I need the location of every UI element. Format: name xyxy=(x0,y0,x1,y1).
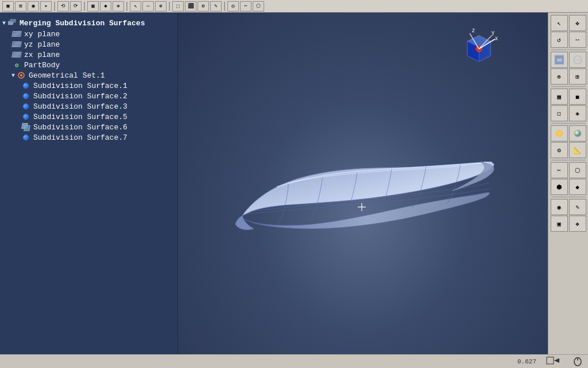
rt-btn-measure[interactable]: 📐 xyxy=(569,142,586,158)
toolbar-btn-7[interactable]: ▦ xyxy=(87,1,99,12)
sep4 xyxy=(169,2,170,11)
svg-point-21 xyxy=(556,131,562,136)
xy-plane-icon xyxy=(11,29,22,39)
rt-btn-blend[interactable]: ❖ xyxy=(569,216,586,232)
rt-btn-material[interactable] xyxy=(569,125,586,141)
rt-btn-cut[interactable]: ✂ xyxy=(551,162,568,178)
rt-btn-render[interactable]: ◈ xyxy=(569,105,586,121)
geoset-icon xyxy=(16,71,26,80)
tree-item-yz-plane[interactable]: yz plane xyxy=(11,39,175,49)
rt-btn-scale[interactable]: ↔ xyxy=(569,32,586,48)
svg-text:y: y xyxy=(492,29,494,36)
viewport[interactable]: x y z xyxy=(178,13,548,354)
rt-sep-2 xyxy=(551,86,586,87)
toolbar-btn-9[interactable]: ✥ xyxy=(113,1,124,12)
rt-btn-view2[interactable] xyxy=(569,52,586,68)
toolbar-btn-12[interactable]: ⊕ xyxy=(155,1,167,12)
rt-sep-5 xyxy=(551,197,586,197)
tree-item-sub6[interactable]: Subdivision Surface.6 xyxy=(21,122,175,132)
right-toolbar: ↖ ✥ ↺ ↔ 3D ⊕ ⊞ ▦ ◼ ◻ ◈ xyxy=(548,13,588,354)
rt-sep-1 xyxy=(551,49,586,50)
rt-btn-light[interactable] xyxy=(551,125,568,141)
tree-item-xy-plane[interactable]: xy plane xyxy=(11,29,175,39)
toolbar-btn-16[interactable]: ✎ xyxy=(210,1,222,12)
tree-title: ▼ Merging Subdivision Surfaces xyxy=(2,17,175,29)
sub3-icon xyxy=(21,102,31,111)
rt-pair-1: ↖ ✥ xyxy=(551,15,586,31)
sep1 xyxy=(54,2,55,11)
toolbar-btn-18[interactable]: ✂ xyxy=(240,1,252,12)
sep3 xyxy=(126,2,127,11)
tree-item-sub7[interactable]: Subdivision Surface.7 xyxy=(21,132,175,143)
rt-pair-7 xyxy=(551,125,586,141)
axis-indicator: x y z xyxy=(456,24,502,70)
rt-btn-sweep[interactable]: ◆ xyxy=(569,179,586,195)
rt-btn-zoom[interactable]: ⊕ xyxy=(551,68,568,85)
rt-btn-rotate[interactable]: ↺ xyxy=(551,32,568,48)
sub7-label: Subdivision Surface.7 xyxy=(33,133,127,142)
toolbar-btn-4[interactable]: ✦ xyxy=(40,1,52,12)
toolbar-btn-5[interactable]: ⟲ xyxy=(57,1,69,12)
tree-item-sub1[interactable]: Subdivision Surface.1 xyxy=(21,80,175,91)
rt-btn-select[interactable]: ↖ xyxy=(551,15,568,31)
tree-item-geoset[interactable]: ▼ Geometrical Set.1 xyxy=(11,70,175,80)
sub5-label: Subdivision Surface.5 xyxy=(33,113,127,121)
tree-item-sub2[interactable]: Subdivision Surface.2 xyxy=(21,91,175,101)
geoset-label: Geometrical Set.1 xyxy=(29,71,105,80)
geoset-expand[interactable]: ▼ xyxy=(11,72,15,79)
tree-item-sub5[interactable]: Subdivision Surface.5 xyxy=(21,112,175,122)
sub3-label: Subdivision Surface.3 xyxy=(33,102,127,111)
tree-item-zx-plane[interactable]: zx plane xyxy=(11,49,175,60)
expand-icon[interactable]: ▼ xyxy=(2,20,6,26)
sub5-icon xyxy=(21,112,31,121)
partbody-icon: ⚙ xyxy=(11,60,22,70)
cursor-position: 0.627 xyxy=(517,358,536,365)
rt-btn-extrude[interactable]: ⬢ xyxy=(551,179,568,195)
svg-point-3 xyxy=(20,74,22,76)
toolbar-btn-19[interactable]: ⬡ xyxy=(253,1,264,12)
rt-pair-6: ◻ ◈ xyxy=(551,105,586,121)
top-toolbar: ▣ ⊞ ◉ ✦ ⟲ ⟳ ▦ ◆ ✥ ↖ ↔ ⊕ ⬚ ⬛ ⚙ ✎ ◎ ✂ ⬡ xyxy=(0,0,588,13)
toolbar-btn-15[interactable]: ⚙ xyxy=(198,1,209,12)
toolbar-btn-10[interactable]: ↖ xyxy=(130,1,141,12)
tree-title-label: Merging Subdivision Surfaces xyxy=(20,19,145,28)
rt-btn-pt2[interactable]: ✎ xyxy=(569,199,586,215)
3d-shape xyxy=(231,126,495,253)
toolbar-btn-8[interactable]: ◆ xyxy=(100,1,111,12)
rt-btn-join[interactable]: ⬡ xyxy=(569,162,586,178)
status-bar: 0.627 xyxy=(0,354,588,368)
sub6-label: Subdivision Surface.6 xyxy=(33,123,127,132)
rt-btn-wireframe[interactable]: ▦ xyxy=(551,89,568,105)
tree-item-partbody[interactable]: ⚙ PartBody xyxy=(11,60,175,70)
toolbar-btn-13[interactable]: ⬚ xyxy=(172,1,184,12)
svg-marker-24 xyxy=(554,358,559,363)
rt-btn-patch[interactable]: ▣ xyxy=(551,216,568,232)
rt-btn-analysis[interactable]: ⚙ xyxy=(551,142,568,158)
yz-plane-label: yz plane xyxy=(24,40,60,49)
toolbar-btn-6[interactable]: ⟳ xyxy=(70,1,82,12)
rt-btn-move[interactable]: ✥ xyxy=(569,15,586,31)
toolbar-btn-14[interactable]: ⬛ xyxy=(185,1,196,12)
svg-text:3D: 3D xyxy=(556,57,562,63)
toolbar-btn-3[interactable]: ◉ xyxy=(28,1,39,12)
mouse-icon xyxy=(572,355,583,368)
toolbar-btn-2[interactable]: ⊞ xyxy=(15,1,26,12)
sub1-icon xyxy=(21,81,31,90)
rt-btn-view1[interactable]: 3D xyxy=(551,52,568,68)
rt-btn-pt1[interactable]: ◉ xyxy=(551,199,568,215)
tree-item-sub3[interactable]: Subdivision Surface.3 xyxy=(21,101,175,112)
toolbar-btn-1[interactable]: ▣ xyxy=(2,1,14,12)
zx-plane-icon xyxy=(11,50,22,59)
rt-pair-3: 3D xyxy=(551,52,586,68)
rt-pair-10: ⬢ ◆ xyxy=(551,179,586,195)
rt-sep-4 xyxy=(551,160,586,160)
main-area: ▼ Merging Subdivision Surfaces xy plane … xyxy=(0,13,588,354)
rt-pair-11: ◉ ✎ xyxy=(551,199,586,215)
rt-btn-fit[interactable]: ⊞ xyxy=(569,68,586,85)
title-icon xyxy=(7,18,17,28)
toolbar-btn-11[interactable]: ↔ xyxy=(142,1,154,12)
nav-indicator xyxy=(546,355,563,368)
rt-btn-shaded[interactable]: ◼ xyxy=(569,89,586,105)
rt-btn-edges[interactable]: ◻ xyxy=(551,105,568,121)
toolbar-btn-17[interactable]: ◎ xyxy=(227,1,239,12)
